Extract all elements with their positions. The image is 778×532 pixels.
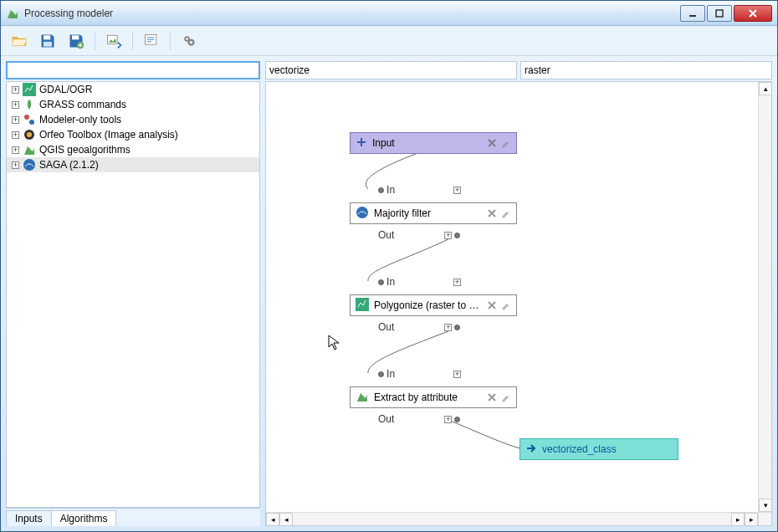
delete-icon[interactable] <box>486 137 498 149</box>
scroll-right-icon[interactable]: ▸ <box>745 513 758 526</box>
svg-point-17 <box>23 159 35 171</box>
svg-rect-1 <box>716 10 723 17</box>
separator <box>132 32 133 50</box>
expand-icon[interactable]: + <box>12 86 19 94</box>
tree-item-orfeo[interactable]: + Orfeo Toolbox (Image analysis) <box>7 127 259 142</box>
gdal-icon <box>356 298 369 314</box>
node-extract-attribute[interactable]: Extract by attribute <box>350 386 517 408</box>
port-expand-icon[interactable]: + <box>444 232 452 239</box>
port-out: Out + <box>350 228 460 243</box>
port-out: Out + <box>350 320 460 335</box>
tree-item-grass[interactable]: + GRASS commands <box>7 97 259 112</box>
port-dot[interactable] <box>378 187 384 193</box>
svg-rect-0 <box>689 15 696 17</box>
grass-icon <box>23 98 36 111</box>
expand-icon[interactable]: + <box>12 116 19 124</box>
tree-label: QGIS geoalgorithms <box>39 144 131 156</box>
port-in: In + <box>350 182 461 197</box>
edit-icon[interactable] <box>499 137 511 149</box>
saga-icon <box>356 206 369 222</box>
saga-icon <box>23 158 36 171</box>
node-label: Extract by attribute <box>374 391 481 403</box>
model-name-input[interactable] <box>265 61 517 79</box>
port-expand-icon[interactable]: + <box>453 279 461 286</box>
edit-icon[interactable] <box>499 299 511 311</box>
save-button[interactable] <box>38 31 58 51</box>
port-dot[interactable] <box>454 325 460 330</box>
port-dot[interactable] <box>454 417 460 422</box>
scroll-left-icon[interactable]: ◂ <box>279 513 293 526</box>
delete-icon[interactable] <box>486 299 498 311</box>
tree-item-modeler[interactable]: + Modeler-only tools <box>7 112 259 127</box>
port-expand-icon[interactable]: + <box>453 187 461 194</box>
port-dot[interactable] <box>378 371 384 377</box>
port-expand-icon[interactable]: + <box>453 371 461 378</box>
vertical-scrollbar[interactable]: ▴ ▾ <box>758 82 771 512</box>
tree-item-saga[interactable]: + SAGA (2.1.2) <box>7 157 259 172</box>
svg-rect-3 <box>44 41 52 46</box>
gdal-icon <box>23 83 36 96</box>
tree-label: GRASS commands <box>39 99 126 110</box>
qgis-icon <box>23 143 36 156</box>
minimize-button[interactable] <box>680 5 705 22</box>
scroll-down-icon[interactable]: ▾ <box>759 499 772 512</box>
node-label: Polygonize (raster to vect... <box>374 299 481 311</box>
run-button[interactable] <box>179 31 199 51</box>
scroll-right-icon[interactable]: ▸ <box>731 513 745 526</box>
window-title: Processing modeler <box>24 8 678 19</box>
search-input[interactable] <box>6 61 260 79</box>
node-label: Input <box>372 137 481 149</box>
expand-icon[interactable]: + <box>12 131 19 139</box>
tree-label: Modeler-only tools <box>39 114 121 125</box>
tree-label: Orfeo Toolbox (Image analysis) <box>39 129 178 141</box>
delete-icon[interactable] <box>486 391 498 403</box>
group-name-input[interactable] <box>520 61 772 79</box>
left-tabs: Inputs Algorithms <box>6 508 260 526</box>
expand-icon[interactable]: + <box>12 161 19 169</box>
saveas-button[interactable] <box>66 31 86 51</box>
titlebar: Processing modeler <box>1 1 777 26</box>
svg-rect-2 <box>44 35 50 39</box>
node-output[interactable]: vectorized_class <box>520 438 678 460</box>
delete-icon[interactable] <box>486 207 498 219</box>
edit-help-button[interactable] <box>141 31 161 51</box>
close-button[interactable] <box>734 5 772 22</box>
node-input[interactable]: Input <box>350 132 517 154</box>
expand-icon[interactable]: + <box>12 146 19 154</box>
port-expand-icon[interactable]: + <box>444 416 452 423</box>
node-polygonize[interactable]: Polygonize (raster to vect... <box>350 294 517 316</box>
tab-inputs[interactable]: Inputs <box>6 510 52 526</box>
port-in: In + <box>350 274 461 289</box>
port-expand-icon[interactable]: + <box>444 324 452 331</box>
mouse-cursor-icon <box>328 335 340 351</box>
tree-item-gdal[interactable]: + GDAL/OGR <box>7 82 259 97</box>
svg-point-16 <box>27 132 32 137</box>
tree-label: SAGA (2.1.2) <box>39 159 99 171</box>
node-majority-filter[interactable]: Majority filter <box>350 202 517 224</box>
svg-point-18 <box>356 207 368 218</box>
expand-icon[interactable]: + <box>12 101 19 109</box>
svg-point-13 <box>24 115 29 120</box>
modeler-icon <box>23 113 36 126</box>
orfeo-icon <box>23 128 36 141</box>
scroll-up-icon[interactable]: ▴ <box>759 82 772 95</box>
algorithm-tree[interactable]: + GDAL/OGR + GRASS commands + Modeler-on… <box>6 81 260 508</box>
model-canvas[interactable]: Input In + <box>266 82 758 512</box>
node-label: Majority filter <box>374 207 481 219</box>
tree-item-qgis[interactable]: + QGIS geoalgorithms <box>7 142 259 157</box>
export-image-button[interactable] <box>104 31 124 51</box>
edit-icon[interactable] <box>499 207 511 219</box>
window: Processing modeler + GDAL/OGR <box>0 0 778 532</box>
maximize-button[interactable] <box>707 5 732 22</box>
port-out: Out + <box>350 412 460 427</box>
node-label: vectorized_class <box>542 443 673 455</box>
port-dot[interactable] <box>378 279 384 285</box>
open-button[interactable] <box>9 31 29 51</box>
edit-icon[interactable] <box>499 391 511 403</box>
port-dot[interactable] <box>454 233 460 238</box>
canvas-wrap: Input In + <box>265 81 772 526</box>
horizontal-scrollbar[interactable]: ◂ ◂ ▸ ▸ <box>266 512 758 525</box>
scroll-left-icon[interactable]: ◂ <box>266 513 279 526</box>
tab-algorithms[interactable]: Algorithms <box>51 510 117 526</box>
app-icon <box>6 7 19 20</box>
